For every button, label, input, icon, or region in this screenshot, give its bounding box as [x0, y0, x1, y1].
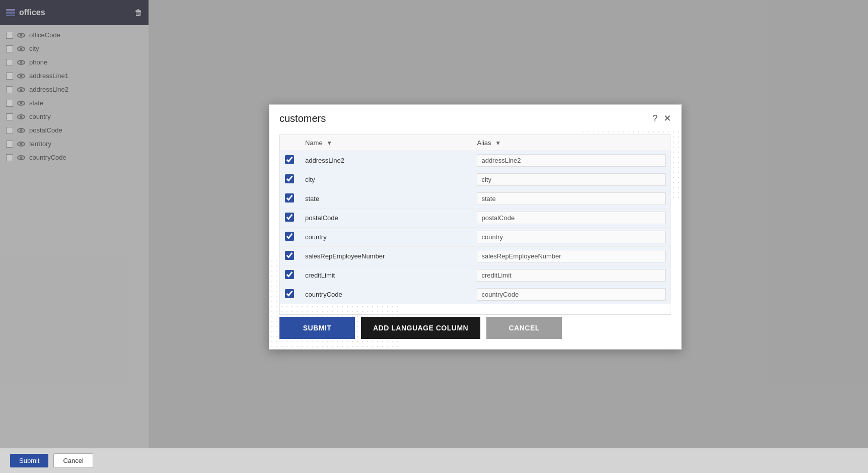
- modal-header-icons: ? ✕: [653, 114, 671, 123]
- row-name-6: creditLimit: [300, 265, 472, 285]
- table-row: salesRepEmployeeNumber: [280, 246, 671, 265]
- row-alias-input-0[interactable]: [477, 154, 666, 167]
- row-alias-input-2[interactable]: [477, 192, 666, 205]
- row-checkbox-cell-0: [280, 151, 300, 170]
- modal-footer: SUBMIT ADD LANGUAGE COLUMN CANCEL: [279, 315, 671, 339]
- table-row: state: [280, 189, 671, 208]
- row-name-7: countryCode: [300, 285, 472, 304]
- modal-submit-button[interactable]: SUBMIT: [279, 317, 355, 339]
- modal-close-button[interactable]: ✕: [664, 114, 671, 123]
- table-row: creditLimit: [280, 265, 671, 285]
- row-checkbox-cell-1: [280, 170, 300, 189]
- bottom-bar: Submit Cancel: [0, 448, 868, 473]
- alias-filter-icon[interactable]: ▼: [495, 140, 501, 147]
- modal-table-wrapper[interactable]: Name ▼ Alias ▼ addressLine2citystatepost…: [279, 134, 671, 315]
- row-alias-input-7[interactable]: [477, 288, 666, 301]
- row-alias-input-5[interactable]: [477, 250, 666, 262]
- name-filter-icon[interactable]: ▼: [326, 140, 332, 147]
- row-alias-cell-4: [472, 227, 671, 246]
- th-alias: Alias ▼: [472, 135, 671, 151]
- row-checkbox-2[interactable]: [285, 193, 294, 202]
- table-header-row: Name ▼ Alias ▼: [280, 135, 671, 151]
- bottom-cancel-button[interactable]: Cancel: [53, 453, 93, 468]
- row-name-3: postalCode: [300, 208, 472, 227]
- table-row: city: [280, 170, 671, 189]
- row-checkbox-cell-4: [280, 227, 300, 246]
- row-checkbox-5[interactable]: [285, 251, 294, 260]
- row-alias-cell-3: [472, 208, 671, 227]
- row-checkbox-7[interactable]: [285, 289, 294, 298]
- row-checkbox-cell-5: [280, 246, 300, 265]
- th-checkbox-col: [280, 135, 300, 151]
- row-alias-input-1[interactable]: [477, 173, 666, 186]
- modal-cancel-button[interactable]: CANCEL: [486, 317, 562, 339]
- row-alias-input-3[interactable]: [477, 212, 666, 224]
- modal-header: customers ? ✕: [269, 105, 681, 129]
- modal-add-language-button[interactable]: ADD LANGUAGE COLUMN: [361, 317, 480, 339]
- row-checkbox-cell-2: [280, 189, 300, 208]
- row-alias-input-6[interactable]: [477, 269, 666, 282]
- row-alias-input-4[interactable]: [477, 231, 666, 243]
- row-checkbox-cell-7: [280, 285, 300, 304]
- modal-table: Name ▼ Alias ▼ addressLine2citystatepost…: [280, 135, 671, 304]
- table-row: country: [280, 227, 671, 246]
- row-checkbox-4[interactable]: [285, 232, 294, 241]
- bottom-submit-button[interactable]: Submit: [10, 454, 48, 467]
- table-row: countryCode: [280, 285, 671, 304]
- row-name-2: state: [300, 189, 472, 208]
- row-alias-cell-7: [472, 285, 671, 304]
- table-row: addressLine2: [280, 151, 671, 170]
- row-alias-cell-2: [472, 189, 671, 208]
- row-checkbox-1[interactable]: [285, 174, 294, 183]
- row-checkbox-0[interactable]: [285, 155, 294, 164]
- modal-help-button[interactable]: ?: [653, 114, 658, 123]
- row-name-5: salesRepEmployeeNumber: [300, 246, 472, 265]
- row-name-0: addressLine2: [300, 151, 472, 170]
- th-name: Name ▼: [300, 135, 472, 151]
- table-row: postalCode: [280, 208, 671, 227]
- row-checkbox-cell-3: [280, 208, 300, 227]
- row-alias-cell-5: [472, 246, 671, 265]
- row-name-4: country: [300, 227, 472, 246]
- row-checkbox-6[interactable]: [285, 270, 294, 279]
- modal-title: customers: [279, 113, 326, 124]
- modal-dialog: customers ? ✕ Name ▼ Alias: [269, 104, 682, 350]
- modal-body: Name ▼ Alias ▼ addressLine2citystatepost…: [269, 129, 681, 349]
- row-name-1: city: [300, 170, 472, 189]
- row-alias-cell-6: [472, 265, 671, 285]
- row-checkbox-cell-6: [280, 265, 300, 285]
- row-checkbox-3[interactable]: [285, 213, 294, 222]
- row-alias-cell-0: [472, 151, 671, 170]
- row-alias-cell-1: [472, 170, 671, 189]
